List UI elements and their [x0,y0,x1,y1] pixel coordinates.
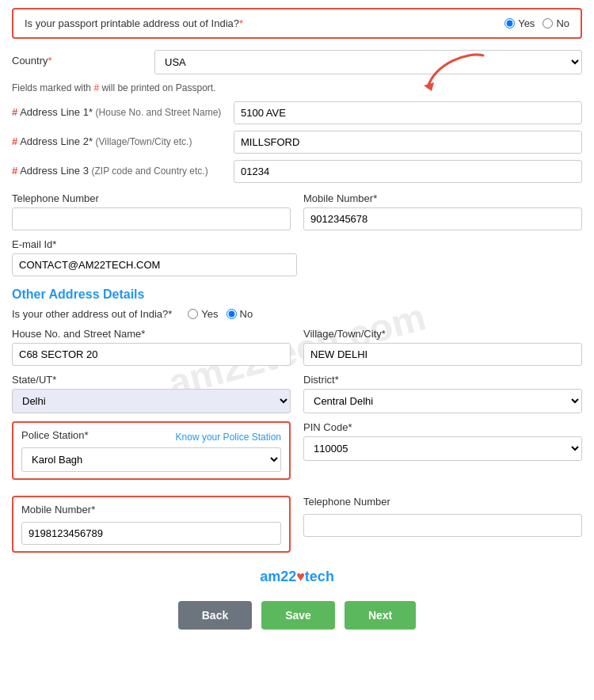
other-address-no-text: No [240,308,253,320]
other-address-question-row: Is your other address out of India?* Yes… [12,308,582,320]
state-label-text: State/UT [12,374,52,386]
address-line1-input-col [234,101,582,124]
address-line2-hash: # [12,135,17,147]
address-line3-label: # Address Line 3 (ZIP code and Country e… [12,160,234,177]
telephone-label: Telephone Number [12,192,291,204]
mobile-other-highlight: Mobile Number* [12,496,291,553]
passport-question-text: Is your passport printable address out o… [25,17,239,29]
email-label-text: E-mail Id [12,238,52,250]
other-address-yes-text: Yes [201,308,218,320]
passport-required-star: * [239,17,243,29]
brand-tech: tech [305,569,334,584]
state-col: State/UT* Delhi Maharashtra Karnataka Ta… [12,374,291,413]
other-address-question-label: Is your other address out of India?* [12,308,172,320]
pin-code-select[interactable]: 110005 110001 110002 110003 [303,436,582,461]
police-station-highlight: Police Station* Know your Police Station… [12,421,291,480]
house-street-required: * [141,328,145,340]
pin-code-col: PIN Code* 110005 110001 110002 110003 [303,421,582,488]
mobile-primary-col: Mobile Number* [303,192,582,230]
telephone-other-label: Telephone Number [303,496,582,508]
village-town-label-text: Village/Town/City [303,328,382,340]
country-required-star: * [48,55,52,67]
district-label-text: District [303,374,335,386]
other-address-required: * [168,308,172,320]
address-line3-row: # Address Line 3 (ZIP code and Country e… [12,160,582,183]
address-section: # Address Line 1* (House No. and Street … [12,101,582,183]
village-town-input[interactable] [303,343,582,366]
pin-code-label: PIN Code* [303,421,582,433]
mobile-other-label: Mobile Number* [21,504,281,515]
pin-code-required: * [348,421,352,433]
mobile-other-required: * [91,504,95,515]
email-label: E-mail Id* [12,238,582,250]
other-address-no-radio[interactable] [227,309,237,319]
house-street-label-text: House No. and Street Name [12,328,141,340]
police-station-label-text: Police Station [21,429,85,441]
email-input[interactable] [12,253,297,276]
village-town-col: Village/Town/City* [303,328,582,366]
house-village-row: House No. and Street Name* Village/Town/… [12,328,582,366]
mobile-other-col: Mobile Number* [12,496,291,561]
telephone-other-input[interactable] [303,514,582,537]
address-line2-label: # Address Line 2* (Village/Town/City etc… [12,131,234,147]
next-button[interactable]: Next [345,601,416,630]
other-address-title: Other Address Details [12,287,582,302]
district-required: * [335,374,339,386]
other-address-yes-radio[interactable] [188,309,198,319]
brand-heart: ♥ [296,569,305,584]
mobile-primary-input[interactable] [303,207,582,230]
village-town-label: Village/Town/City* [303,328,582,340]
country-select[interactable]: USA India UK Canada Australia [154,50,582,74]
address-line3-input-col [234,160,582,183]
address-line3-input[interactable] [234,160,582,183]
mobile-primary-required: * [373,192,377,204]
mobile-telephone-other-row: Mobile Number* Telephone Number [12,496,582,561]
police-station-header: Police Station* Know your Police Station [21,429,281,444]
passport-no-label[interactable]: No [543,17,569,29]
passport-no-radio[interactable] [543,18,553,29]
passport-yes-radio[interactable] [505,18,515,29]
footer-buttons: Back Save Next [12,601,582,637]
telephone-input[interactable] [12,207,291,230]
mobile-primary-label: Mobile Number* [303,192,582,204]
passport-yes-label[interactable]: Yes [505,17,535,29]
passport-question-label: Is your passport printable address out o… [25,17,243,29]
address-line1-required: * [89,106,93,118]
district-col: District* Central Delhi North Delhi Sout… [303,374,582,413]
email-required: * [52,238,56,250]
district-select[interactable]: Central Delhi North Delhi South Delhi Ea… [303,389,582,413]
police-station-select[interactable]: Karol Bagh Connaught Place Paharganj Sad… [21,447,281,472]
police-pin-row: Police Station* Know your Police Station… [12,421,582,488]
house-street-input[interactable] [12,343,291,366]
address-line1-row: # Address Line 1* (House No. and Street … [12,101,582,124]
address-line3-label-text: Address Line 3 [20,165,89,177]
know-police-station-link[interactable]: Know your Police Station [176,432,281,443]
other-address-no-label[interactable]: No [227,308,253,320]
address-line2-label-text: Address Line 2 [20,135,89,147]
state-district-row: State/UT* Delhi Maharashtra Karnataka Ta… [12,374,582,413]
address-line1-input[interactable] [234,101,582,124]
country-input-col: USA India UK Canada Australia [154,50,582,74]
telephone-col: Telephone Number [12,192,291,230]
police-station-required: * [85,429,89,441]
save-button[interactable]: Save [261,601,335,630]
address-line2-input[interactable] [234,131,582,154]
branding-text: am22♥tech [12,569,582,585]
district-label: District* [303,374,582,386]
house-street-col: House No. and Street Name* [12,328,291,366]
address-line3-sub: (ZIP code and Country etc.) [92,165,208,177]
hash-symbol: # [93,82,99,93]
passport-no-text: No [556,17,569,29]
address-line3-hash: # [12,165,17,177]
house-street-label: House No. and Street Name* [12,328,291,340]
pin-code-label-text: PIN Code [303,421,348,433]
address-line2-sub: (Village/Town/City etc.) [96,136,192,147]
address-line1-label: # Address Line 1* (House No. and Street … [12,101,234,118]
state-select[interactable]: Delhi Maharashtra Karnataka Tamil Nadu U… [12,389,291,413]
mobile-other-input[interactable] [21,522,281,545]
back-button[interactable]: Back [178,601,252,630]
state-label: State/UT* [12,374,291,386]
other-address-yes-label[interactable]: Yes [188,308,218,320]
mobile-other-label-text: Mobile Number [21,504,91,515]
village-town-required: * [382,328,386,340]
